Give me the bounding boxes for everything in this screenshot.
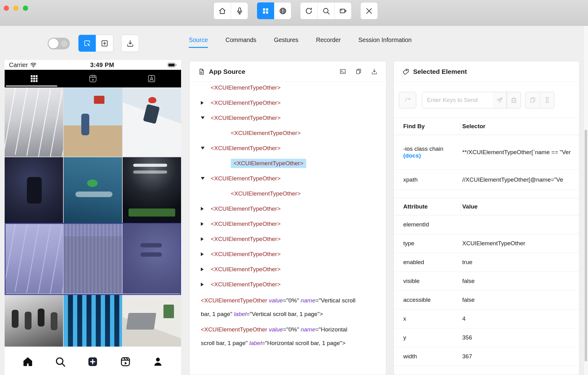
search-nav[interactable] xyxy=(54,356,66,368)
caret-right-icon[interactable] xyxy=(201,222,208,226)
main-toolbar xyxy=(214,2,378,19)
find-by-table: Find By Selector -ios class chain(docs)*… xyxy=(394,118,579,190)
photo-thumbnail-track2[interactable] xyxy=(5,224,63,293)
photo-thumbnail-track[interactable] xyxy=(5,87,63,157)
selector-value[interactable]: **/XCUIElementTypeOther[`name == "Ver xyxy=(453,149,579,156)
refresh-icon xyxy=(305,7,313,15)
tree-node[interactable]: <XCUIElementTypeOther> xyxy=(201,80,378,95)
tree-node-label[interactable]: <XCUIElementTypeOther> xyxy=(231,130,301,137)
tree-node-label[interactable]: <XCUIElementTypeOther> xyxy=(211,175,281,182)
tree-node[interactable]: <XCUIElementTypeOther> xyxy=(201,171,378,186)
photo-thumbnail-tech[interactable] xyxy=(64,294,122,347)
home-nav[interactable] xyxy=(22,356,34,368)
photo-thumbnail-runners[interactable] xyxy=(5,294,63,347)
caret-down-icon[interactable] xyxy=(201,147,208,150)
reels-tab[interactable] xyxy=(63,70,122,87)
send-keys-button[interactable] xyxy=(493,92,507,108)
tree-node[interactable]: <XCUIElementTypeOther> xyxy=(201,201,378,216)
caret-right-icon[interactable] xyxy=(201,252,208,256)
globe-button[interactable] xyxy=(274,2,291,19)
tab-gestures[interactable]: Gestures xyxy=(274,36,298,48)
video-camera-button[interactable] xyxy=(334,2,351,19)
caret-right-icon[interactable] xyxy=(201,237,208,241)
search-button[interactable] xyxy=(317,2,334,19)
copy-button[interactable] xyxy=(355,68,362,75)
selector-value[interactable]: //XCUIElementTypeOther[@name="Ve xyxy=(453,176,579,183)
grid-button[interactable] xyxy=(257,2,274,19)
tree-node-label[interactable]: <XCUIElementTypeOther> xyxy=(211,115,281,121)
tab-recorder[interactable]: Recorder xyxy=(316,36,341,48)
microphone-button[interactable] xyxy=(231,2,248,19)
tree-node-label[interactable]: <XCUIElementTypeOther> xyxy=(211,205,281,212)
tree-node[interactable]: <XCUIElementTypeOther> xyxy=(201,95,378,110)
tree-node[interactable]: <XCUIElementTypeOther> xyxy=(201,156,378,171)
reels-nav[interactable] xyxy=(120,356,131,368)
caret-down-icon[interactable] xyxy=(201,116,208,119)
element-highlight-toggle[interactable] xyxy=(48,38,70,49)
tree-node[interactable]: <XCUIElementTypeOther> xyxy=(201,125,378,141)
wait-for-element-button[interactable] xyxy=(540,92,554,108)
photo-thumbnail-stadium[interactable] xyxy=(123,157,181,223)
tree-node-label[interactable]: <XCUIElementTypeOther> xyxy=(211,281,281,288)
terminal-button[interactable] xyxy=(339,68,346,75)
tree-node-label[interactable]: <XCUIElementTypeOther> xyxy=(211,266,281,273)
swipe-plus-button[interactable] xyxy=(96,35,113,52)
download-button[interactable] xyxy=(371,68,378,75)
photo-thumbnail-swim[interactable] xyxy=(64,157,122,223)
photo-thumbnail-dunk[interactable] xyxy=(5,157,63,223)
tree-node-label[interactable]: <XCUIElementTypeOther> xyxy=(211,236,281,242)
download-screenshot-button[interactable] xyxy=(121,35,139,52)
tree-node[interactable]: <XCUIElementTypeOther> xyxy=(201,231,378,246)
keys-input[interactable] xyxy=(422,92,493,108)
caret-right-icon[interactable] xyxy=(201,268,208,271)
photo-thumbnail-desk[interactable] xyxy=(123,294,181,347)
caret-right-icon[interactable] xyxy=(201,207,208,211)
photo-thumbnail-ski[interactable] xyxy=(123,87,181,157)
tree-node[interactable]: <XCUIElementTypeOther> xyxy=(201,186,378,201)
tree-node-label[interactable]: <XCUIElementTypeOther> xyxy=(231,190,301,197)
docs-link[interactable]: (docs) xyxy=(403,152,421,159)
tap-element-button[interactable] xyxy=(399,92,416,108)
photo-thumbnail-basketball[interactable] xyxy=(64,87,122,157)
copy-attributes-button[interactable] xyxy=(525,92,540,108)
tree-node-label[interactable]: <XCUIElementTypeOther> xyxy=(211,251,281,258)
close-button[interactable] xyxy=(361,2,378,19)
send-icon xyxy=(496,96,503,104)
caret-down-icon[interactable] xyxy=(201,177,208,180)
refresh-button[interactable] xyxy=(300,2,317,19)
tree-node-label[interactable]: <XCUIElementTypeOther> xyxy=(211,99,281,106)
minimize-window-button[interactable] xyxy=(13,6,19,11)
tree-node-with-attributes[interactable]: <XCUIElementTypeOther value="0%" name="H… xyxy=(201,323,358,350)
tree-node-label[interactable]: <XCUIElementTypeOther> xyxy=(211,84,281,91)
home-button[interactable] xyxy=(214,2,231,19)
tree-node[interactable]: <XCUIElementTypeOther> xyxy=(201,141,378,156)
device-screenshot[interactable]: Carrier 3:49 PM xyxy=(5,60,181,375)
tree-node[interactable]: <XCUIElementTypeOther> xyxy=(201,216,378,231)
photo-thumbnail-gym[interactable] xyxy=(123,224,181,293)
caret-right-icon[interactable] xyxy=(201,283,208,286)
create-nav[interactable] xyxy=(87,356,99,368)
tab-source[interactable]: Source xyxy=(189,36,208,48)
tree-node-label[interactable]: <XCUIElementTypeOther> xyxy=(211,145,281,152)
tree-node[interactable]: <XCUIElementTypeOther> xyxy=(201,262,378,277)
select-element-button[interactable] xyxy=(78,35,96,52)
app-source-title: App Source xyxy=(209,68,339,75)
zoom-window-button[interactable] xyxy=(23,6,28,11)
tab-session-information[interactable]: Session Information xyxy=(358,36,412,48)
window-scrollbar[interactable] xyxy=(583,26,588,375)
caret-right-icon[interactable] xyxy=(201,101,208,105)
grid-tab[interactable] xyxy=(5,70,63,87)
tab-commands[interactable]: Commands xyxy=(226,36,256,48)
tree-node-with-attributes[interactable]: <XCUIElementTypeOther value="0%" name="V… xyxy=(201,294,358,321)
tree-node-label[interactable]: <XCUIElementTypeOther> xyxy=(211,221,281,227)
tree-node[interactable]: <XCUIElementTypeOther> xyxy=(201,277,378,292)
close-window-button[interactable] xyxy=(4,6,9,11)
clear-field-button[interactable] xyxy=(507,92,521,108)
scrollbar-thumb[interactable] xyxy=(585,130,587,361)
tree-node[interactable]: <XCUIElementTypeOther> xyxy=(201,246,378,262)
profile-nav[interactable] xyxy=(152,356,164,368)
tree-node[interactable]: <XCUIElementTypeOther> xyxy=(201,110,378,125)
tree-node-label-selected[interactable]: <XCUIElementTypeOther> xyxy=(231,159,306,168)
photo-thumbnail-grass[interactable] xyxy=(64,224,122,293)
tagged-tab[interactable] xyxy=(122,70,181,87)
